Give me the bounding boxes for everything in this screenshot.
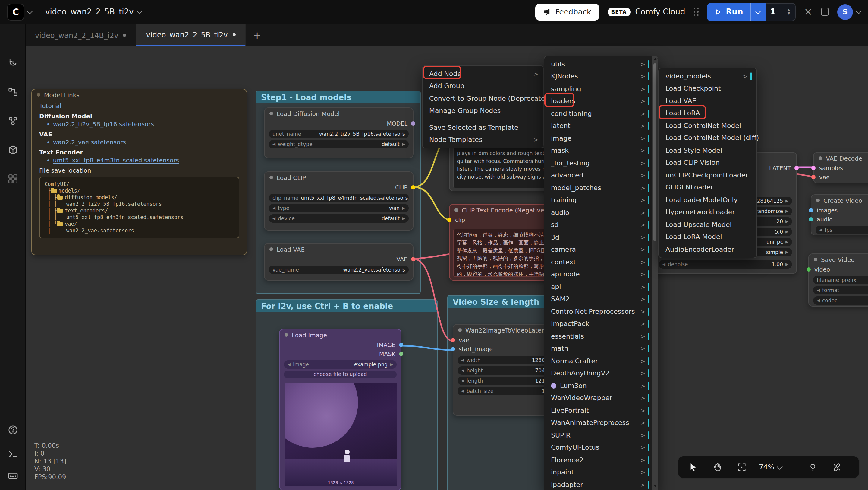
zoom-level[interactable]: 74% <box>759 463 781 471</box>
new-tab-button[interactable]: + <box>246 24 269 47</box>
tab-video-wan2-2-14B-i2v[interactable]: video_wan2_2_14B_i2v <box>25 24 136 47</box>
scroll-down-icon[interactable] <box>653 485 657 487</box>
workflow-title-menu[interactable]: video_wan2_2_5B_ti2v <box>45 7 142 16</box>
category-menu-item[interactable]: training > <box>546 194 652 206</box>
category-menu-item[interactable]: DepthAnythingV2 > <box>546 367 652 380</box>
node-widget[interactable]: ◀fps <box>815 226 868 234</box>
prompt-textarea[interactable]: plays in dim colors and rough textur gui… <box>453 147 557 188</box>
context-menu-item[interactable]: Add Node> <box>424 67 541 80</box>
category-menu-item[interactable]: latent > <box>546 120 652 132</box>
input-slot[interactable]: vae <box>453 336 558 345</box>
output-slot[interactable]: VAE <box>265 255 413 264</box>
loaders-menu-item[interactable]: unCLIPCheckpointLoader > <box>661 169 755 181</box>
collapse-dot[interactable] <box>284 333 288 337</box>
node-widget[interactable]: ◀vae_namewan2.2_vae.safetensors▶ <box>269 265 409 274</box>
category-menu-item[interactable]: Lum3on > <box>546 380 652 392</box>
node-widget[interactable]: ◀weight_dtypedefault▶ <box>269 140 409 148</box>
links-toggle-icon[interactable] <box>830 460 844 474</box>
output-slot[interactable]: IMAGE <box>280 340 401 349</box>
scroll-up-icon[interactable] <box>653 58 657 60</box>
keyboard-shortcuts-icon[interactable] <box>4 466 22 485</box>
menu-scrollbar[interactable] <box>652 56 658 490</box>
denoise-widget[interactable]: ◀denoise1.00▶ <box>659 260 792 268</box>
output-slot[interactable]: MODEL <box>265 119 413 128</box>
logo-menu-chevron-icon[interactable] <box>27 8 33 14</box>
category-menu-item[interactable]: model_patches > <box>546 182 652 194</box>
loaders-menu-item[interactable]: Load CLIP Vision > <box>661 156 755 169</box>
node-widget[interactable]: ◀unet_namewan2.2_ti2v_5B_fp16.safetensor… <box>269 130 409 138</box>
tutorial-link[interactable]: Tutorial <box>39 103 61 109</box>
slot-dot[interactable] <box>811 166 815 170</box>
pointer-tool-icon[interactable] <box>687 460 700 474</box>
loaders-menu-item[interactable]: Load Checkpoint > <box>661 82 755 95</box>
category-menu-item[interactable]: utils > <box>546 58 652 70</box>
input-slot[interactable]: clip <box>450 215 557 225</box>
comfy-cloud-label[interactable]: Comfy Cloud <box>635 7 685 16</box>
scrollbar-thumb[interactable] <box>653 63 656 241</box>
count-stepper-arrows[interactable]: ▲▼ <box>787 8 790 15</box>
collapse-dot[interactable] <box>270 112 273 115</box>
loaders-menu-item[interactable]: Load Style Model > <box>661 144 755 156</box>
category-menu-item[interactable]: camera > <box>546 243 652 256</box>
context-menu-item[interactable]: Save Selected as Template> <box>424 121 541 134</box>
context-menu-item[interactable]: Add Group> <box>424 80 541 92</box>
node-widget[interactable]: ◀typewan▶ <box>269 204 409 212</box>
slot-dot[interactable] <box>411 257 415 261</box>
category-menu-item[interactable]: mask > <box>546 145 652 157</box>
model-download-link[interactable]: wan2.2_ti2v_5B_fp16.safetensors <box>53 121 154 127</box>
slot-dot[interactable] <box>451 338 455 342</box>
node-load-clip[interactable]: Load CLIP CLIP ◀clip_nameumt5_xxl_fp8_e4… <box>264 171 413 231</box>
fit-view-icon[interactable] <box>735 460 748 474</box>
collapse-dot[interactable] <box>270 176 273 179</box>
context-menu-item[interactable]: Node Templates> <box>424 134 541 146</box>
input-slot[interactable]: samples <box>814 164 868 173</box>
loaders-menu-item[interactable]: GLIGENLoader > <box>661 181 755 194</box>
input-slot[interactable]: audio <box>811 215 868 224</box>
context-menu-item[interactable]: Convert to Group Node (Deprecated)> <box>424 92 541 105</box>
category-menu-item[interactable]: ControlNet Preprocessors > <box>546 305 652 318</box>
category-menu-item[interactable]: inpaint > <box>546 466 652 479</box>
category-menu-item[interactable]: conditioning > <box>546 108 652 120</box>
maximize-icon[interactable] <box>821 8 829 16</box>
node-widget[interactable]: ◀codec <box>813 296 868 305</box>
node-vae-decode[interactable]: VAE Decode samplesvae <box>813 152 868 183</box>
category-menu-item[interactable]: audio > <box>546 206 652 219</box>
node-clip-text-encode-negative[interactable]: CLIP Text Encode (Negative Prompt) clip … <box>449 204 558 281</box>
terminal-icon[interactable] <box>4 445 22 463</box>
tab-video-wan2-2-5B-ti2v[interactable]: video_wan2_2_5B_ti2v <box>136 24 246 47</box>
category-menu-item[interactable]: NormalCrafter > <box>546 355 652 367</box>
loaders-menu-item[interactable]: video_models > <box>661 70 755 82</box>
slot-dot[interactable] <box>809 217 813 222</box>
loaders-menu-item[interactable]: Load ControlNet Model > <box>661 119 755 132</box>
node-widget[interactable]: ◀devicedefault▶ <box>269 214 409 223</box>
category-menu-item[interactable]: 3d > <box>546 231 652 243</box>
slot-dot[interactable] <box>411 121 415 125</box>
category-menu-item[interactable]: api > <box>546 281 652 293</box>
category-menu-item[interactable]: _for_testing > <box>546 157 652 169</box>
queue-history-icon[interactable] <box>4 54 22 72</box>
category-menu-item[interactable]: SUPIR > <box>546 429 652 441</box>
category-menu-item[interactable]: Florence2 > <box>546 454 652 466</box>
lightbulb-icon[interactable] <box>806 460 819 474</box>
node-wan22-image-to-video-latent[interactable]: Wan22ImageToVideoLatent vaestart_image ◀… <box>453 324 559 416</box>
node-library-icon[interactable] <box>4 112 22 130</box>
category-menu-item[interactable]: image > <box>546 132 652 145</box>
collapse-dot[interactable] <box>816 199 820 202</box>
category-menu-item[interactable]: LivePortrait > <box>546 404 652 417</box>
category-menu-item[interactable]: SAM2 > <box>546 293 652 305</box>
loaders-menu-item[interactable]: Load ControlNet Model (diff) > <box>661 132 755 144</box>
close-icon[interactable]: × <box>804 7 813 17</box>
model-download-link[interactable]: umt5_xxl_fp8_e4m3fn_scaled.safetensors <box>53 157 179 164</box>
category-menu-item[interactable]: WanAnimatePreprocess > <box>546 417 652 429</box>
upload-button[interactable]: choose file to upload <box>284 371 397 378</box>
drag-handle-icon[interactable] <box>693 7 699 16</box>
prompt-textarea[interactable]: 色调艳丽，过曝，静态，细节模糊不清，字幕，风格，作品，画作，画面，静止，整体发灰… <box>453 229 555 277</box>
loaders-menu-item[interactable]: LoraLoaderModelOnly > <box>661 194 755 206</box>
account-menu[interactable]: S <box>837 4 861 20</box>
feedback-button[interactable]: Feedback <box>535 3 599 20</box>
run-options-button[interactable] <box>750 3 766 21</box>
run-button[interactable]: Run <box>707 3 750 21</box>
category-menu-item[interactable]: advanced > <box>546 169 652 182</box>
run-count-stepper[interactable]: 1 ▲▼ <box>766 3 796 21</box>
node-widget[interactable]: ◀length121▶ <box>458 377 554 385</box>
